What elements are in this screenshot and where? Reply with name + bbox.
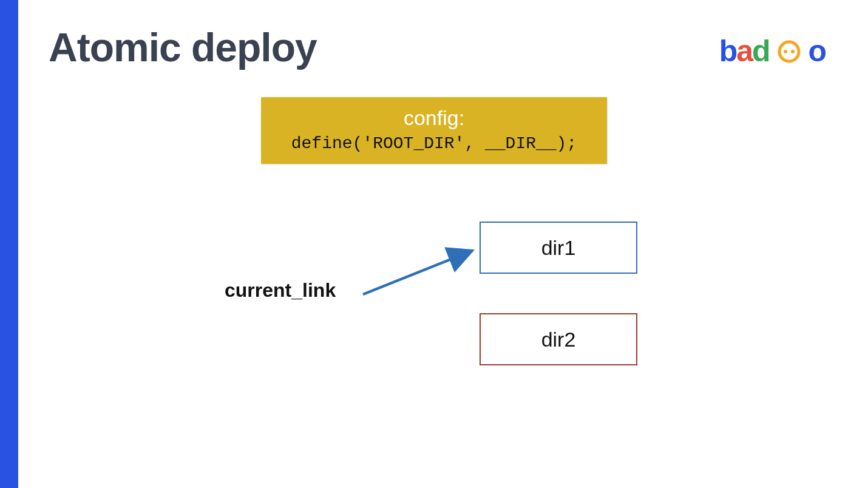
config-label: config: <box>267 106 601 130</box>
slide-title: Atomic deploy <box>49 24 317 70</box>
slide-accent-bar <box>0 0 18 488</box>
logo-letter-o2: o <box>808 34 826 68</box>
config-code-block: config: define('ROOT_DIR', __DIR__); <box>261 97 607 164</box>
current-link-label: current_link <box>225 279 336 302</box>
arrow-icon <box>357 240 490 300</box>
dir2-box: dir2 <box>480 313 637 365</box>
svg-point-0 <box>779 42 799 61</box>
dir1-label: dir1 <box>541 236 576 260</box>
logo-letter-b: b <box>719 34 737 68</box>
logo-letter-o1 <box>770 34 809 68</box>
svg-point-2 <box>791 50 795 53</box>
badoo-logo: bad o <box>719 33 826 69</box>
svg-line-3 <box>363 251 472 294</box>
logo-letter-a: a <box>736 34 752 68</box>
svg-point-1 <box>784 50 787 53</box>
logo-letter-d: d <box>752 34 770 68</box>
dir1-box: dir1 <box>480 222 637 274</box>
dir2-label: dir2 <box>541 328 576 351</box>
config-code: define('ROOT_DIR', __DIR__); <box>267 134 601 153</box>
